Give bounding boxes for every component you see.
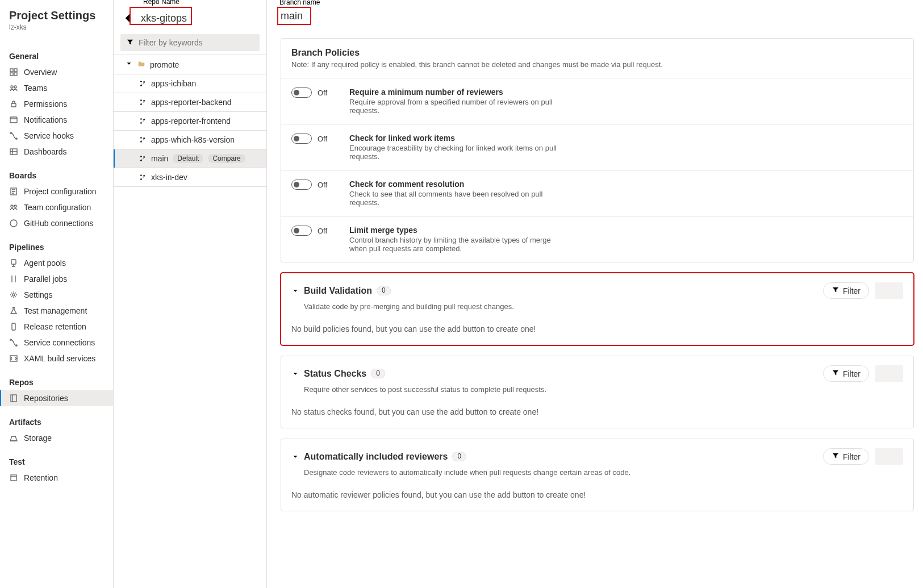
team-icon	[9, 203, 18, 212]
grid-icon	[9, 68, 18, 77]
dash-icon	[9, 147, 18, 156]
nav-item-parallel-jobs[interactable]: Parallel jobs	[0, 271, 113, 287]
nav-item-settings[interactable]: Settings	[0, 287, 113, 303]
nav-item-label: Agent pools	[24, 258, 66, 268]
branch-icon	[139, 98, 147, 106]
filter-button[interactable]: Filter	[823, 365, 869, 382]
nav-item-storage[interactable]: Storage	[0, 430, 113, 446]
branch-row[interactable]: apps-ichiban	[114, 74, 266, 93]
folder-name: promote	[150, 60, 179, 69]
nav-item-label: Permissions	[24, 99, 67, 109]
nav-item-service-connections[interactable]: Service connections	[0, 335, 113, 351]
policy-row: OffLimit merge typesControl branch histo…	[281, 216, 913, 262]
auto-reviewers-count: 0	[452, 452, 466, 461]
nav-item-label: Retention	[24, 473, 58, 482]
branch-name: apps-ichiban	[151, 79, 196, 88]
auto-reviewers-card: Automatically included reviewers 0 Filte…	[281, 439, 914, 511]
policy-content: main Branch name Branch Policies Note: I…	[267, 0, 923, 588]
branch-row[interactable]: apps-which-k8s-version	[114, 131, 266, 149]
branch-name-heading: main	[281, 0, 914, 28]
branch-row[interactable]: xks-in-dev	[114, 168, 266, 187]
nav-item-permissions[interactable]: Permissions	[0, 96, 113, 112]
policy-toggle[interactable]	[291, 87, 312, 98]
nav-item-label: Team configuration	[24, 203, 91, 212]
branch-icon	[139, 173, 147, 181]
policy-toggle[interactable]	[291, 226, 312, 236]
nav-item-label: Test management	[24, 306, 87, 315]
nav-item-label: Service hooks	[24, 131, 74, 140]
auto-reviewers-title: Automatically included reviewers	[304, 452, 448, 462]
status-checks-title: Status Checks	[304, 369, 366, 379]
repo-name: xks-gitops	[141, 12, 187, 24]
funnel-icon	[832, 369, 840, 378]
branch-folder[interactable]: promote	[114, 55, 266, 74]
nav-item-label: Overview	[24, 68, 57, 77]
settings-sidebar: Project Settings lz-xks GeneralOverviewT…	[0, 0, 114, 588]
page-title: Project Settings	[0, 9, 113, 23]
compare-badge: Compare	[208, 154, 245, 163]
policy-row: OffCheck for linked work itemsEncourage …	[281, 124, 913, 170]
policy-toggle[interactable]	[291, 180, 312, 190]
nav-item-label: GitHub connections	[24, 219, 93, 228]
add-auto-reviewer-button[interactable]	[875, 448, 903, 465]
branch-row[interactable]: apps-reporter-frontend	[114, 112, 266, 131]
chevron-down-icon[interactable]	[291, 287, 299, 295]
hook-icon	[9, 338, 18, 347]
funnel-icon	[832, 286, 840, 295]
nav-item-dashboards[interactable]: Dashboards	[0, 144, 113, 160]
nav-item-repositories[interactable]: Repositories	[0, 390, 113, 406]
filter-button[interactable]: Filter	[823, 282, 869, 299]
chevron-down-icon[interactable]	[291, 370, 299, 378]
default-badge: Default	[173, 154, 203, 163]
page-icon	[9, 187, 18, 196]
bell-icon	[9, 115, 18, 124]
nav-item-label: Storage	[24, 433, 52, 443]
branch-icon	[139, 136, 147, 144]
nav-group-title: Boards	[0, 165, 113, 184]
funnel-icon	[126, 38, 134, 48]
policy-description: Control branch history by limiting the a…	[349, 236, 565, 253]
nav-item-overview[interactable]: Overview	[0, 64, 113, 80]
annotation-repo-label: Repo Name	[143, 0, 179, 6]
policy-row: OffCheck for comment resolutionCheck to …	[281, 170, 913, 216]
nav-item-label: Service connections	[24, 338, 95, 347]
branch-name: apps-reporter-backend	[151, 98, 232, 107]
auto-reviewers-desc: Designate code reviewers to automaticall…	[281, 468, 913, 485]
policy-toggle[interactable]	[291, 134, 312, 144]
nav-item-retention[interactable]: Retention	[0, 470, 113, 486]
nav-item-project-configuration[interactable]: Project configuration	[0, 184, 113, 199]
folder-icon	[137, 60, 145, 69]
nav-item-notifications[interactable]: Notifications	[0, 112, 113, 128]
nav-item-teams[interactable]: Teams	[0, 80, 113, 96]
build-validation-count: 0	[377, 286, 391, 295]
nav-item-label: Teams	[24, 84, 47, 93]
nav-item-xaml-build-services[interactable]: XAML build services	[0, 351, 113, 366]
add-status-check-button[interactable]	[875, 365, 903, 382]
policy-title: Check for linked work items	[349, 134, 565, 143]
policy-title: Check for comment resolution	[349, 180, 565, 189]
nav-item-label: Release retention	[24, 322, 86, 331]
add-build-policy-button[interactable]	[875, 282, 903, 299]
nav-item-test-management[interactable]: Test management	[0, 303, 113, 319]
branch-filter[interactable]	[120, 34, 260, 51]
nav-item-agent-pools[interactable]: Agent pools	[0, 255, 113, 271]
back-button[interactable]	[120, 10, 136, 26]
branch-row[interactable]: apps-reporter-backend	[114, 93, 266, 112]
flask-icon	[9, 306, 18, 315]
retention-icon	[9, 473, 18, 482]
nav-item-github-connections[interactable]: GitHub connections	[0, 215, 113, 231]
nav-item-service-hooks[interactable]: Service hooks	[0, 128, 113, 144]
storage-icon	[9, 433, 18, 443]
nav-item-team-configuration[interactable]: Team configuration	[0, 199, 113, 215]
add-button[interactable]	[244, 10, 260, 26]
filter-button[interactable]: Filter	[823, 448, 869, 465]
nav-item-release-retention[interactable]: Release retention	[0, 319, 113, 335]
branch-policies-title: Branch Policies	[291, 48, 903, 58]
toggle-state-label: Off	[318, 135, 327, 143]
branch-policies-card: Branch Policies Note: If any required po…	[281, 38, 914, 262]
plus-icon	[885, 452, 893, 461]
branch-name: xks-in-dev	[151, 173, 187, 182]
branch-filter-input[interactable]	[137, 37, 254, 48]
chevron-down-icon[interactable]	[291, 453, 299, 461]
branch-row[interactable]: mainDefaultCompare	[114, 149, 266, 168]
